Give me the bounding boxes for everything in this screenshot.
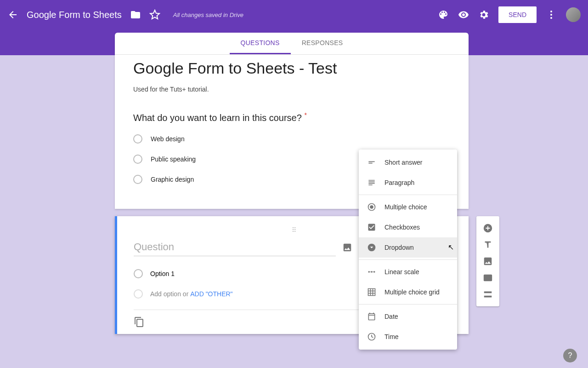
svg-point-2	[550, 17, 552, 19]
menu-separator	[359, 259, 457, 260]
header-right: SEND	[438, 6, 581, 23]
app-header: Google Form to Sheets All changes saved …	[0, 0, 588, 29]
star-icon[interactable]	[149, 9, 160, 20]
radio-icon	[133, 175, 142, 184]
avatar[interactable]	[566, 7, 581, 22]
menu-label: Linear scale	[384, 268, 419, 276]
header-left: Google Form to Sheets All changes saved …	[7, 9, 243, 20]
question1-title[interactable]: What do you want to learn in this course…	[133, 111, 450, 123]
short-answer-icon	[367, 158, 376, 167]
menu-item-mc-grid[interactable]: Multiple choice grid	[359, 282, 457, 302]
add-option-text[interactable]: Add option	[150, 290, 181, 298]
folder-icon[interactable]	[130, 9, 141, 20]
dropdown-icon	[367, 243, 376, 252]
radio-icon	[134, 269, 143, 278]
or-text: or	[181, 290, 190, 298]
radio-icon	[134, 289, 143, 299]
menu-label: Checkboxes	[384, 224, 420, 231]
back-arrow-icon[interactable]	[7, 9, 18, 20]
menu-item-time[interactable]: Time	[359, 327, 457, 347]
option-label: Graphic design	[151, 176, 194, 183]
question-title-input[interactable]	[134, 238, 336, 256]
grid-icon	[367, 288, 376, 297]
help-button[interactable]: ?	[563, 349, 577, 362]
question-type-menu: Short answer Paragraph Multiple choice C…	[359, 150, 457, 350]
menu-item-dropdown[interactable]: Dropdown	[359, 237, 457, 258]
save-status: All changes saved in Drive	[173, 12, 243, 18]
duplicate-icon[interactable]	[134, 316, 145, 328]
preview-eye-icon[interactable]	[458, 9, 469, 20]
add-question-button[interactable]	[480, 220, 496, 236]
option-label: Public speaking	[151, 155, 196, 163]
svg-point-4	[370, 205, 373, 209]
palette-icon[interactable]	[438, 9, 449, 20]
required-star: *	[304, 111, 306, 119]
cursor-icon: ↖	[448, 243, 454, 252]
paragraph-icon	[367, 178, 376, 187]
menu-item-paragraph[interactable]: Paragraph	[359, 172, 457, 193]
add-image-icon[interactable]	[342, 242, 352, 253]
menu-item-linear-scale[interactable]: Linear scale	[359, 262, 457, 282]
time-icon	[367, 332, 376, 341]
question1-text: What do you want to learn in this course…	[133, 113, 302, 123]
menu-label: Multiple choice grid	[384, 288, 440, 296]
more-vert-icon[interactable]	[546, 9, 557, 20]
form-description[interactable]: Used for the Tuts+ tutorial.	[133, 86, 450, 93]
radio-icon	[367, 202, 376, 212]
add-image-button[interactable]	[480, 253, 496, 270]
menu-item-multiple-choice[interactable]: Multiple choice	[359, 197, 457, 217]
add-video-button[interactable]	[480, 270, 496, 286]
svg-point-0	[550, 11, 552, 12]
send-button[interactable]: SEND	[498, 6, 537, 23]
side-toolbar	[476, 216, 499, 306]
option-row[interactable]: Web design	[133, 134, 450, 144]
menu-label: Time	[384, 333, 399, 340]
option-text[interactable]: Option 1	[150, 270, 175, 277]
menu-label: Date	[384, 313, 398, 320]
add-section-button[interactable]	[480, 286, 496, 303]
linear-scale-icon	[367, 267, 376, 276]
radio-icon	[133, 155, 142, 164]
add-other-link[interactable]: ADD "OTHER"	[190, 290, 232, 298]
menu-label: Multiple choice	[384, 203, 427, 211]
add-title-button[interactable]	[480, 236, 496, 253]
date-icon	[367, 312, 376, 321]
menu-item-date[interactable]: Date	[359, 306, 457, 327]
form-name[interactable]: Google Form to Sheets	[27, 10, 122, 20]
menu-label: Short answer	[384, 159, 422, 166]
menu-label: Paragraph	[384, 179, 414, 186]
radio-icon	[133, 134, 142, 144]
checkbox-icon	[367, 223, 376, 232]
menu-item-checkboxes[interactable]: Checkboxes	[359, 217, 457, 237]
menu-separator	[359, 304, 457, 305]
tab-responses[interactable]: RESPONSES	[291, 33, 354, 54]
tab-bar: QUESTIONS RESPONSES	[115, 33, 469, 55]
settings-gear-icon[interactable]	[478, 9, 489, 20]
form-title[interactable]: Google Form to Sheets - Test	[133, 59, 450, 77]
menu-label: Dropdown	[384, 244, 414, 251]
svg-point-1	[550, 14, 552, 16]
tab-questions[interactable]: QUESTIONS	[230, 33, 291, 54]
menu-item-short-answer[interactable]: Short answer	[359, 152, 457, 172]
menu-separator	[359, 195, 457, 195]
option-label: Web design	[151, 135, 185, 143]
